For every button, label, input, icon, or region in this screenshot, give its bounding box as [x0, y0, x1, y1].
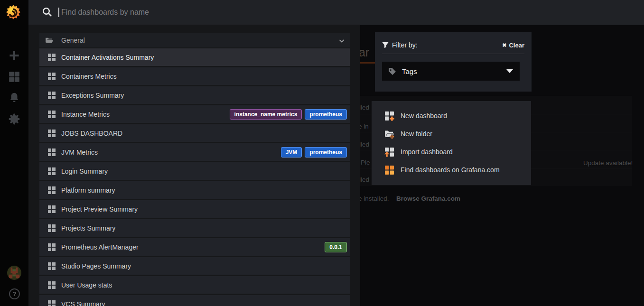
dashboards-grid-icon[interactable]: [9, 71, 20, 83]
filter-title: Filter by:: [392, 41, 418, 49]
dashboard-name: Project Preview Summary: [61, 205, 138, 213]
new-folder-icon: [384, 129, 394, 139]
dashboard-name: Projects Summary: [61, 224, 115, 232]
dashboard-grid-icon: [48, 262, 56, 270]
background-text-fragment: lled: [359, 141, 369, 148]
avatar-pixel-art: [7, 266, 21, 280]
create-menu: New dashboard New folder Import dashboar…: [372, 101, 531, 185]
menu-item-new-folder[interactable]: New folder: [372, 125, 531, 143]
grafana-logo-icon[interactable]: [4, 4, 22, 22]
folder-open-icon: [45, 37, 54, 44]
dashboard-grid-icon: [48, 73, 56, 80]
search-results-panel: General Container Activations SummaryCon…: [28, 25, 360, 306]
clear-filters-button[interactable]: ✖ Clear: [502, 42, 524, 49]
dashboard-row[interactable]: Project Preview Summary: [39, 200, 350, 218]
funnel-icon: [382, 42, 389, 48]
caret-down-icon: [506, 69, 513, 73]
dashboard-name: Platform summary: [61, 186, 115, 194]
background-link-fragment: Browse Grafana.com: [396, 195, 460, 202]
import-dashboard-icon: [384, 147, 394, 157]
clear-label: Clear: [509, 42, 524, 49]
dashboard-row[interactable]: Containers Metrics: [39, 67, 350, 85]
dashboard-name: User Usage stats: [61, 281, 112, 289]
tag-pill[interactable]: 0.0.1: [325, 242, 347, 252]
tag-list: JVMprometheus: [281, 147, 347, 158]
dashboard-grid-icon: [48, 224, 56, 232]
filter-divider: [382, 54, 524, 54]
alerting-bell-icon[interactable]: [9, 92, 20, 103]
tag-pill[interactable]: instance_name metrics: [230, 109, 302, 120]
dashboard-name: Containers Metrics: [61, 73, 117, 80]
create-plus-icon[interactable]: [9, 50, 20, 61]
menu-item-label: Import dashboard: [401, 148, 453, 156]
dashboard-row[interactable]: Projects Summary: [39, 219, 350, 237]
tags-select[interactable]: Tags: [382, 62, 520, 81]
dashboard-name: Login Summary: [61, 167, 108, 175]
search-input[interactable]: [60, 5, 347, 20]
text-cursor: [58, 8, 59, 17]
clear-x-icon: ✖: [502, 42, 506, 48]
tags-select-value: Tags: [402, 67, 417, 75]
dashboard-name: Studio Pages Summary: [61, 262, 131, 270]
grafana-com-grid-icon: [384, 165, 394, 175]
tag-pill[interactable]: prometheus: [305, 109, 347, 120]
dashboard-name: JVM Metrics: [61, 148, 98, 156]
background-update-label: Update available!: [583, 159, 633, 167]
new-dashboard-icon: [384, 111, 394, 121]
dashboard-row[interactable]: JOBS DASHBOARD: [39, 124, 350, 142]
dashboard-grid-icon: [48, 130, 56, 137]
dashboard-grid-icon: [48, 243, 56, 251]
dashboard-row[interactable]: Prometheus AlertManager0.0.1: [39, 238, 350, 256]
dashboard-name: JOBS DASHBOARD: [61, 130, 122, 137]
dashboard-row[interactable]: Login Summary: [39, 162, 350, 180]
dashboard-grid-icon: [48, 300, 56, 306]
dashboard-grid-icon: [48, 205, 56, 213]
dashboard-row[interactable]: JVM MetricsJVMprometheus: [39, 143, 350, 161]
dashboard-grid-icon: [48, 111, 56, 118]
dashboard-grid-icon: [48, 186, 56, 194]
menu-item-label: New folder: [401, 130, 432, 138]
dashboard-row[interactable]: VCS Summary: [39, 295, 350, 306]
dashboard-row[interactable]: User Usage stats: [39, 276, 350, 294]
tag-list: instance_name metricsprometheus: [230, 109, 347, 120]
menu-item-label: New dashboard: [401, 112, 447, 120]
user-avatar[interactable]: [7, 266, 21, 280]
dashboard-row[interactable]: Studio Pages Summary: [39, 257, 350, 275]
menu-item-label: Find dashboards on Grafana.com: [401, 166, 500, 174]
dashboard-grid-icon: [48, 54, 56, 61]
dashboard-row[interactable]: Exceptions Summary: [39, 86, 350, 104]
search-topbar: [28, 0, 644, 25]
menu-item-import-dashboard[interactable]: Import dashboard: [372, 143, 531, 161]
grafana-app: oar lled e in lled Pie lled e installed.…: [0, 0, 644, 306]
sidebar: ?: [0, 0, 28, 306]
dashboard-name: Container Activations Summary: [61, 54, 154, 61]
folder-header-general[interactable]: General: [39, 33, 350, 47]
background-text-fragment: lled: [359, 176, 369, 183]
search-icon: [42, 7, 52, 17]
dashboard-grid-icon: [48, 167, 56, 175]
configuration-gear-icon[interactable]: [9, 113, 20, 125]
background-text-fragment: lled: [359, 104, 369, 111]
background-text-fragment: e installed.: [358, 195, 389, 202]
background-text-fragment: Pie: [361, 159, 370, 166]
dashboard-name: Prometheus AlertManager: [61, 243, 139, 251]
chevron-down-icon: [338, 37, 345, 44]
dashboard-row[interactable]: Instance Metricsinstance_name metricspro…: [39, 105, 350, 123]
help-icon[interactable]: ?: [9, 288, 20, 299]
dashboard-name: Instance Metrics: [61, 111, 110, 118]
dashboard-name: VCS Summary: [61, 300, 105, 306]
filter-panel: Filter by: ✖ Clear Tags: [375, 32, 532, 92]
dashboard-row[interactable]: Platform summary: [39, 181, 350, 199]
folder-label: General: [61, 37, 85, 44]
dashboard-grid-icon: [48, 92, 56, 99]
tag-icon: [388, 67, 396, 75]
dashboard-name: Exceptions Summary: [61, 92, 124, 99]
dashboard-row[interactable]: Container Activations Summary: [39, 48, 350, 66]
tag-list: 0.0.1: [325, 242, 347, 252]
dashboard-grid-icon: [48, 281, 56, 289]
dashboard-grid-icon: [48, 148, 56, 156]
tag-pill[interactable]: prometheus: [305, 147, 347, 158]
menu-item-new-dashboard[interactable]: New dashboard: [372, 107, 531, 125]
tag-pill[interactable]: JVM: [281, 147, 302, 158]
menu-item-find-dashboards-grafana-com[interactable]: Find dashboards on Grafana.com: [372, 161, 531, 179]
